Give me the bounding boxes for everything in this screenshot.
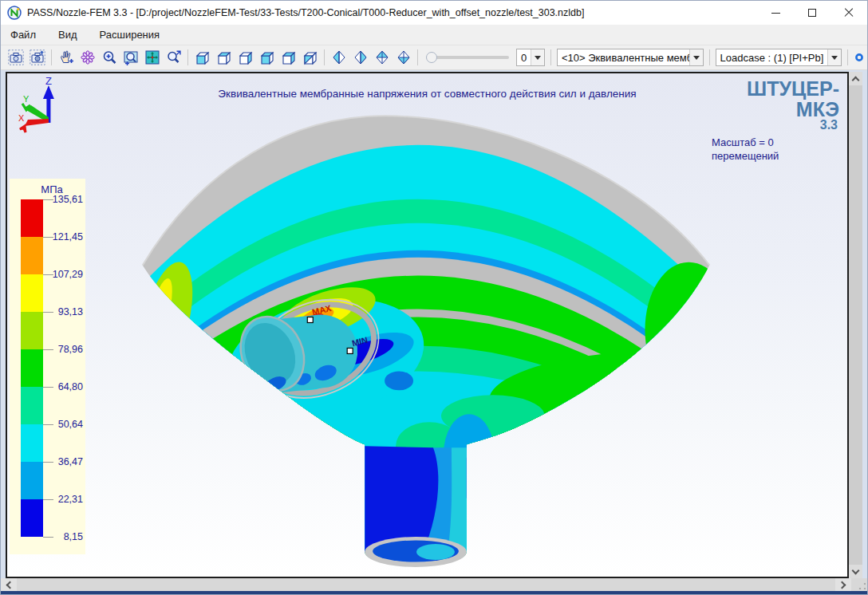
view-top-button[interactable] <box>278 47 299 68</box>
copy-image-button[interactable] <box>26 47 48 68</box>
vessel-model <box>87 73 771 577</box>
view-left-button[interactable] <box>235 47 256 68</box>
chevron-down-icon <box>831 56 838 60</box>
scale-value: 0 <box>517 52 531 64</box>
legend-band <box>21 387 43 424</box>
fit-view-button[interactable] <box>141 47 163 68</box>
menu-view[interactable]: Вид <box>47 25 89 45</box>
zoom-in-button[interactable] <box>98 47 120 68</box>
menu-bar: ФайлВидРасширения <box>1 25 867 45</box>
workspace: MAX MIN Z Y X <box>1 70 867 578</box>
chevron-left-icon <box>6 581 14 589</box>
menu-extensions[interactable]: Расширения <box>89 25 172 45</box>
legend-color-bar <box>21 199 43 537</box>
view-right-button[interactable] <box>256 47 278 68</box>
toolbar-separator <box>187 49 188 65</box>
view-front-button[interactable] <box>191 47 213 68</box>
resize-grip[interactable] <box>851 578 867 591</box>
toolbar-separator <box>51 49 52 65</box>
window-title: PASS/Nozzle-FEM 3.3 - [D:/project/Nozzle… <box>27 7 584 18</box>
legend-band <box>21 312 43 349</box>
deformation-scale-slider[interactable] <box>426 49 509 65</box>
chevron-down-icon <box>535 56 541 60</box>
zoom-window-button[interactable] <box>120 47 141 68</box>
legend-band <box>21 462 43 499</box>
chevron-down-icon <box>852 566 860 574</box>
minimize-button[interactable] <box>757 1 794 25</box>
coordinate-triad: Z Y X <box>18 75 54 132</box>
view-iso-2-button[interactable] <box>349 47 371 68</box>
horizontal-scroll-track[interactable] <box>17 578 835 591</box>
legend-value: 135,61 <box>43 194 83 205</box>
scale-spin-dropdown[interactable] <box>531 49 544 65</box>
logo-name: ШТУЦЕР-МКЭ <box>712 78 839 120</box>
model-viewport[interactable]: MAX MIN Z Y X <box>6 72 849 578</box>
chevron-right-icon <box>838 581 846 589</box>
toolbar-separator <box>324 49 325 65</box>
legend-band <box>21 349 43 387</box>
scroll-up-button[interactable] <box>849 72 862 85</box>
view-bottom-button[interactable] <box>299 47 321 68</box>
logo-block: ШТУЦЕР-МКЭ 3.3 Масштаб = 0 перемещений <box>712 78 839 163</box>
minimize-icon <box>771 13 780 14</box>
legend-value: 64,80 <box>43 381 83 392</box>
result-type-value: <10> Эквивалентные мембран <box>558 52 689 64</box>
toolbar: 0 <10> Эквивалентные мембран Loadcase : … <box>1 45 867 70</box>
scroll-left-button[interactable] <box>1 578 17 591</box>
legend-band <box>21 237 43 274</box>
menu-file[interactable]: Файл <box>1 25 47 45</box>
chevron-up-icon <box>852 76 860 84</box>
vertical-scrollbar[interactable] <box>849 72 862 578</box>
view-iso-4-button[interactable] <box>393 47 414 68</box>
view-iso-3-button[interactable] <box>371 47 393 68</box>
horizontal-scrollbar[interactable] <box>1 578 867 591</box>
legend-band <box>21 424 43 462</box>
rotate-button[interactable] <box>77 47 98 68</box>
scroll-down-button[interactable] <box>849 565 862 578</box>
loadcase-combo[interactable]: Loadcase : (1) [PI+Pb] <box>716 49 842 66</box>
scale-note-line2: перемещений <box>712 149 839 163</box>
close-icon <box>844 8 854 18</box>
grip-dots-icon <box>858 582 866 589</box>
legend-value: 121,45 <box>43 231 83 242</box>
title-bar[interactable]: PASS/Nozzle-FEM 3.3 - [D:/project/Nozzle… <box>1 1 867 25</box>
loadcase-dropdown[interactable] <box>827 49 841 65</box>
slider-thumb[interactable] <box>426 52 437 63</box>
legend-band <box>21 199 43 237</box>
record-indicator-icon[interactable] <box>851 47 867 68</box>
scale-value-spin[interactable]: 0 <box>516 49 545 66</box>
result-type-combo[interactable]: <10> Эквивалентные мембран <box>557 49 704 66</box>
zoom-dynamic-button[interactable] <box>163 47 184 68</box>
legend-value: 78,96 <box>43 344 83 355</box>
window-bottom-edge <box>1 591 867 594</box>
svg-text:Z: Z <box>45 75 52 87</box>
legend-value: 50,64 <box>43 419 83 430</box>
legend-value: 36,47 <box>43 456 83 467</box>
svg-text:X: X <box>18 113 25 123</box>
legend-value: 107,29 <box>43 269 83 280</box>
view-iso-1-button[interactable] <box>328 47 349 68</box>
loadcase-value: Loadcase : (1) [PI+Pb] <box>716 52 828 64</box>
chevron-down-icon <box>693 56 700 60</box>
maximize-icon <box>808 9 816 17</box>
bottom-pipe <box>365 446 467 553</box>
app-window: PASS/Nozzle-FEM 3.3 - [D:/project/Nozzle… <box>0 0 868 595</box>
pan-button[interactable] <box>55 47 77 68</box>
legend-value: 8,15 <box>43 531 83 542</box>
save-image-button[interactable] <box>5 47 26 68</box>
stress-legend: МПа 135,61121,45107,2993,1378,9664,8050,… <box>10 179 85 554</box>
app-icon <box>7 6 22 20</box>
view-back-button[interactable] <box>213 47 235 68</box>
pipe-bottom-ring <box>365 537 467 567</box>
legend-value: 22,31 <box>43 494 83 505</box>
result-type-dropdown[interactable] <box>689 49 703 65</box>
scroll-right-button[interactable] <box>835 578 851 591</box>
legend-band <box>21 499 43 537</box>
maximize-button[interactable] <box>794 1 831 25</box>
legend-value: 93,13 <box>43 306 83 317</box>
logo-version: 3.3 <box>712 120 839 131</box>
legend-band <box>21 274 43 312</box>
toolbar-separator <box>417 49 418 65</box>
scale-note-line1: Масштаб = 0 <box>712 136 839 149</box>
close-button[interactable] <box>831 1 867 25</box>
